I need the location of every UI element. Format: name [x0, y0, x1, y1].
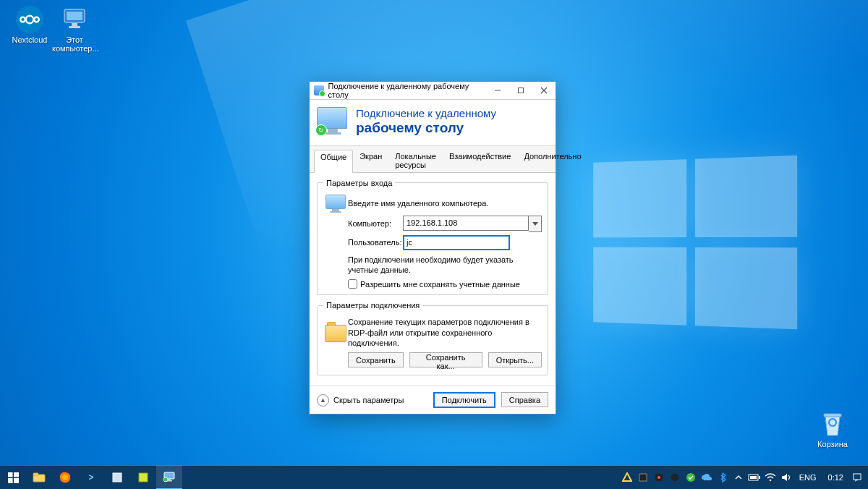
tray-icon-app2[interactable] [652, 470, 666, 485]
taskbar-app-3[interactable] [130, 466, 156, 489]
svg-rect-22 [139, 473, 148, 482]
computer-label: Компьютер: [348, 219, 403, 228]
tray-icon-drive[interactable] [620, 470, 634, 485]
system-tray: ENG 0:12 [620, 470, 868, 485]
svg-rect-34 [750, 476, 757, 479]
desktop-icon-label: Корзина [810, 440, 855, 448]
svg-point-1 [20, 17, 25, 22]
tray-icon-bluetooth[interactable] [715, 470, 730, 485]
svg-rect-6 [69, 26, 80, 28]
folder-icon [325, 325, 346, 342]
svg-rect-7 [824, 414, 841, 417]
svg-rect-24 [168, 479, 171, 480]
login-instruction: Введите имя удаленного компьютера. [348, 199, 542, 208]
svg-point-31 [671, 474, 678, 481]
tray-chevron-up-icon[interactable] [731, 470, 746, 485]
taskbar-app-1[interactable]: > [78, 466, 104, 489]
close-button[interactable] [532, 82, 556, 99]
taskbar-rdp[interactable] [156, 465, 182, 489]
svg-rect-28 [639, 474, 647, 481]
tab-strip: Общие Экран Локальные ресурсы Взаимодейс… [310, 146, 556, 173]
remember-credentials-checkbox-input[interactable] [348, 279, 357, 289]
desktop-icon-label: Этот компьютер... [52, 35, 97, 53]
svg-point-26 [163, 477, 168, 482]
banner-line1: Подключение к удаленному [356, 107, 496, 120]
tray-icon-check[interactable] [684, 470, 698, 485]
svg-point-20 [62, 475, 68, 480]
tray-clock[interactable]: 0:12 [822, 473, 849, 482]
desktop-icon-nextcloud[interactable]: Nextcloud [7, 6, 52, 44]
taskbar-file-explorer[interactable] [26, 466, 52, 489]
user-label: Пользователь: [348, 238, 403, 247]
open-button[interactable]: Открыть... [488, 352, 542, 367]
start-button[interactable] [0, 466, 26, 489]
desktop[interactable]: Nextcloud Этот компьютер... Корзина Подк… [0, 0, 868, 489]
tab-experience[interactable]: Взаимодействие [443, 149, 517, 172]
tab-advanced[interactable]: Дополнительно [517, 149, 587, 172]
hide-options-label: Скрыть параметры [333, 396, 404, 404]
svg-marker-12 [532, 222, 538, 226]
svg-rect-16 [14, 478, 19, 483]
svg-rect-18 [33, 473, 38, 475]
remember-credentials-label: Разрешить мне сохранять учетные данные [360, 280, 520, 289]
tray-icon-battery[interactable] [747, 470, 762, 485]
svg-rect-14 [14, 472, 19, 477]
rdp-app-icon [314, 85, 324, 95]
tab-display[interactable]: Экран [353, 149, 388, 172]
login-settings-group: Параметры входа Введите имя удаленного к… [317, 179, 548, 296]
svg-point-36 [769, 480, 771, 482]
rdp-banner-icon: ↻ [317, 107, 349, 136]
svg-marker-27 [623, 473, 631, 481]
taskbar: > ENG 0:12 [0, 466, 868, 489]
recycle-bin-icon [819, 410, 846, 438]
svg-rect-38 [854, 474, 861, 480]
minimize-button[interactable] [486, 82, 509, 99]
svg-marker-37 [782, 474, 787, 481]
maximize-button[interactable] [509, 82, 532, 99]
desktop-icon-recycle-bin[interactable]: Корзина [810, 410, 855, 448]
tray-icon-onedrive[interactable] [699, 470, 714, 485]
tray-icon-app3[interactable] [668, 470, 682, 485]
save-as-button[interactable]: Сохранить как... [409, 352, 482, 367]
banner-line2: рабочему столу [356, 120, 496, 137]
chevron-up-icon: ▲ [317, 394, 329, 407]
svg-point-30 [658, 476, 660, 479]
window-title: Подключение к удаленному рабочему столу [328, 82, 486, 99]
tray-language[interactable]: ENG [795, 473, 821, 482]
svg-rect-5 [72, 23, 77, 26]
desktop-icon-this-pc[interactable]: Этот компьютер... [52, 6, 97, 53]
dialog-banner: ↻ Подключение к удаленному рабочему стол… [310, 100, 556, 146]
tray-icon-wifi[interactable] [763, 470, 778, 485]
nextcloud-icon [16, 6, 43, 33]
svg-rect-35 [759, 476, 760, 479]
tab-general[interactable]: Общие [314, 150, 353, 173]
taskbar-app-2[interactable] [104, 466, 130, 489]
tray-icon-volume[interactable] [779, 470, 793, 485]
tab-local-resources[interactable]: Локальные ресурсы [388, 149, 443, 172]
save-button[interactable]: Сохранить [348, 352, 404, 367]
credentials-note: При подключении необходимо будет указать… [348, 255, 542, 276]
svg-rect-4 [67, 12, 82, 20]
titlebar[interactable]: Подключение к удаленному рабочему столу [310, 82, 556, 100]
help-button[interactable]: Справка [501, 392, 548, 407]
svg-rect-9 [519, 88, 524, 93]
connection-settings-description: Сохранение текущих параметров подключени… [348, 317, 542, 348]
computer-input[interactable] [403, 216, 529, 231]
desktop-icon-label: Nextcloud [7, 35, 52, 44]
svg-rect-15 [8, 478, 13, 483]
login-settings-legend: Параметры входа [323, 179, 395, 187]
remember-credentials-checkbox[interactable]: Разрешить мне сохранять учетные данные [348, 279, 542, 289]
hide-options-toggle[interactable]: ▲ Скрыть параметры [317, 394, 404, 407]
svg-rect-13 [8, 472, 13, 477]
computer-icon [326, 195, 346, 213]
username-input[interactable] [403, 235, 510, 250]
tray-icon-app1[interactable] [636, 470, 650, 485]
svg-point-2 [34, 17, 39, 22]
tray-notifications-icon[interactable] [851, 470, 864, 485]
connect-button[interactable]: Подключить [433, 392, 495, 408]
taskbar-firefox[interactable] [52, 466, 78, 489]
windows-wallpaper-logo [593, 156, 797, 330]
computer-icon [61, 6, 88, 33]
computer-dropdown-button[interactable] [529, 216, 542, 232]
svg-rect-21 [113, 473, 122, 482]
